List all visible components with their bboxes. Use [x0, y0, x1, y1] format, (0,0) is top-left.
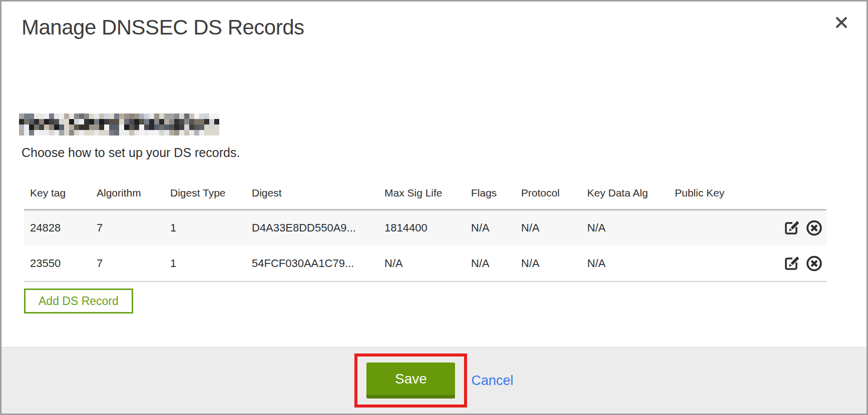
- col-header-protocol: Protocol: [515, 178, 581, 210]
- col-header-algorithm: Algorithm: [91, 178, 164, 210]
- col-header-digest: Digest: [246, 178, 378, 210]
- cell-digest: 54FCF030AA1C79...: [246, 246, 378, 282]
- page-title: Manage DNSSEC DS Records: [22, 16, 304, 40]
- row-actions: [776, 210, 826, 246]
- redacted-domain-name: [19, 114, 219, 136]
- col-header-actions: [776, 178, 826, 210]
- cell-algorithm: 7: [91, 210, 164, 246]
- cell-key-data-alg: N/A: [581, 246, 669, 282]
- close-button[interactable]: [832, 14, 850, 32]
- col-header-public-key: Public Key: [669, 178, 776, 210]
- edit-record-icon: [783, 262, 801, 275]
- cell-protocol: N/A: [515, 210, 581, 246]
- close-icon: [834, 15, 849, 32]
- cell-public-key: [669, 246, 776, 282]
- cancel-link[interactable]: Cancel: [471, 373, 513, 388]
- instruction-text: Choose how to set up your DS records.: [22, 146, 240, 160]
- col-header-key-tag: Key tag: [24, 178, 91, 210]
- save-button[interactable]: Save: [366, 362, 455, 398]
- cell-max-sig-life: N/A: [378, 246, 465, 282]
- col-header-max-sig-life: Max Sig Life: [378, 178, 465, 210]
- cell-algorithm: 7: [91, 246, 164, 282]
- cell-digest: D4A33E8DD550A9...: [246, 210, 378, 246]
- table-header-row: Key tag Algorithm Digest Type Digest Max…: [24, 178, 826, 210]
- delete-record-circle-x-icon: [805, 227, 823, 240]
- table-row: 23550 7 1 54FCF030AA1C79... N/A N/A N/A …: [24, 246, 826, 282]
- cell-protocol: N/A: [515, 246, 581, 282]
- edit-record-button[interactable]: [783, 254, 801, 272]
- manage-dnssec-modal: Manage DNSSEC DS Records Choose how to s…: [0, 0, 868, 415]
- edit-record-icon: [783, 227, 801, 240]
- red-annotation-box: Save: [354, 354, 467, 408]
- cell-digest-type: 1: [164, 246, 246, 282]
- cell-key-tag: 23550: [24, 246, 91, 282]
- col-header-flags: Flags: [465, 178, 515, 210]
- cell-public-key: [669, 210, 776, 246]
- cell-digest-type: 1: [164, 210, 246, 246]
- cell-max-sig-life: 1814400: [378, 210, 465, 246]
- cell-key-tag: 24828: [24, 210, 91, 246]
- cell-key-data-alg: N/A: [581, 210, 669, 246]
- delete-record-button[interactable]: [805, 254, 823, 272]
- col-header-digest-type: Digest Type: [164, 178, 246, 210]
- table-row: 24828 7 1 D4A33E8DD550A9... 1814400 N/A …: [24, 210, 826, 246]
- modal-footer: Save Cancel: [2, 347, 866, 414]
- ds-records-table: Key tag Algorithm Digest Type Digest Max…: [24, 178, 826, 282]
- edit-record-button[interactable]: [783, 218, 801, 237]
- col-header-key-data-alg: Key Data Alg: [581, 178, 669, 210]
- add-ds-record-button[interactable]: Add DS Record: [24, 288, 133, 314]
- delete-record-circle-x-icon: [805, 262, 823, 275]
- delete-record-button[interactable]: [805, 218, 823, 237]
- row-actions: [776, 246, 826, 282]
- cell-flags: N/A: [465, 246, 515, 282]
- cell-flags: N/A: [465, 210, 515, 246]
